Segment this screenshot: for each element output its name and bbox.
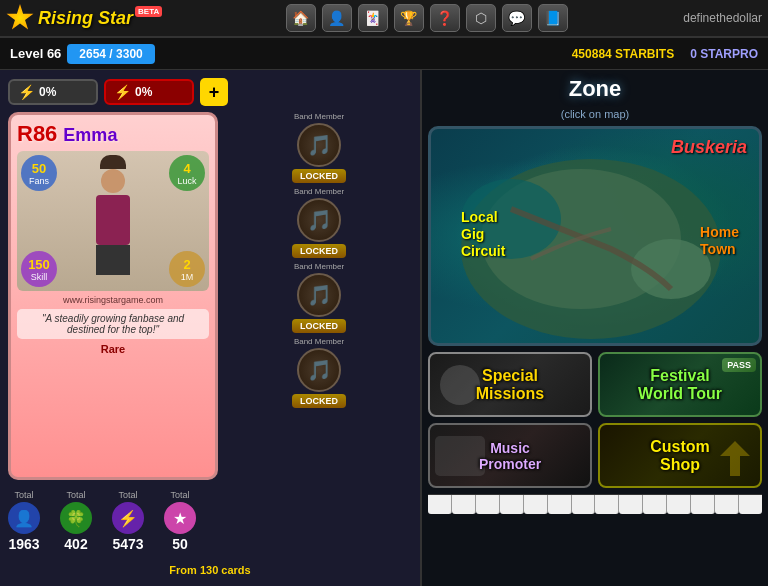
energy-bar: ⚡ 0% [8,79,98,105]
hive-icon[interactable]: ⬡ [466,4,496,32]
total-fans-label: Total [14,490,33,500]
zone-title: Zone [428,76,762,102]
band-member-3-label: Band Member [294,262,344,271]
festival-world-tour-button[interactable]: PASS FestivalWorld Tour [598,352,762,417]
band-member-1-label: Band Member [294,112,344,121]
level-bar: Level 66 2654 / 3300 450884 STARBITS 0 S… [0,38,768,70]
band-member-1[interactable]: Band Member 🎵 LOCKED [226,112,412,183]
character-card[interactable]: R86 Emma 50 Fans 4 Luck [8,112,218,480]
total-skill-label: Total [118,490,137,500]
hunger-icon: ⚡ [114,84,131,100]
band-member-3-locked: LOCKED [292,319,346,333]
band-member-2-locked: LOCKED [292,244,346,258]
card-website: www.risingstargame.com [17,295,209,305]
energy-icon: ⚡ [18,84,35,100]
local-gig-label: LocalGigCircuit [461,209,505,259]
piano-key-13 [715,495,739,514]
piano-key-1 [428,495,452,514]
special-missions-label: SpecialMissions [476,367,544,403]
main-content: ⚡ 0% ⚡ 0% + R86 Emma 50 Fans [0,70,768,586]
card-stat-fans: 50 Fans [21,155,57,191]
svg-point-4 [440,365,480,405]
char-head [101,169,125,193]
band-member-4-icon: 🎵 [297,348,341,392]
piano-key-5 [524,495,548,514]
piano-key-7 [572,495,596,514]
level-label: Level 66 [10,46,61,61]
card-name: Emma [63,125,117,146]
character-figure [83,161,143,281]
hunger-bar: ⚡ 0% [104,79,194,105]
luck-circle-icon: 🍀 [60,502,92,534]
action-buttons: SpecialMissions PASS FestivalWorld Tour … [428,352,762,488]
total-luck-value: 402 [64,536,87,552]
band-member-2[interactable]: Band Member 🎵 LOCKED [226,187,412,258]
piano-key-8 [595,495,619,514]
beta-badge: BETA [135,6,162,17]
piano-key-9 [619,495,643,514]
trophy-icon[interactable]: 🏆 [394,4,424,32]
starbits-display: 450884 STARBITS [572,47,675,61]
card-header: R86 Emma [17,121,209,147]
piano-key-14 [739,495,762,514]
custom-shop-bg-icon [715,431,755,481]
svg-rect-5 [435,436,485,476]
band-member-2-icon: 🎵 [297,198,341,242]
energy-value: 0% [39,85,56,99]
plus-button[interactable]: + [200,78,228,106]
card-quote: "A steadily growing fanbase and destined… [17,309,209,339]
music-promoter-button[interactable]: MusicPromoter [428,423,592,488]
piano-key-6 [548,495,572,514]
total-skill-value: 5473 [112,536,143,552]
char-hair [100,155,126,169]
total-fans: Total 👤 1963 [8,490,40,552]
profile-icon[interactable]: 👤 [322,4,352,32]
card-image: 50 Fans 4 Luck 150 Ski [17,151,209,291]
card-area: R86 Emma 50 Fans 4 Luck [8,112,412,480]
home-icon[interactable]: 🏠 [286,4,316,32]
player-stats-row: ⚡ 0% ⚡ 0% + [8,78,412,106]
total-fans-value: 1963 [8,536,39,552]
hunger-value: 0% [135,85,152,99]
xp-display: 2654 / 3300 [79,47,142,61]
custom-shop-button[interactable]: CustomShop [598,423,762,488]
piano-key-2 [452,495,476,514]
band-member-4-locked: LOCKED [292,394,346,408]
piano-key-4 [500,495,524,514]
app-title: Rising Star [38,8,133,29]
piano-key-11 [667,495,691,514]
band-member-4[interactable]: Band Member 🎵 LOCKED [226,337,412,408]
nav-icons: 🏠 👤 🃏 🏆 ❓ ⬡ 💬 📘 [170,4,683,32]
piano-key-3 [476,495,500,514]
skill-circle-icon: ⚡ [112,502,144,534]
total-im: Total ★ 50 [164,490,196,552]
card-rarity: Rare [17,343,209,355]
from-cards-text: From 130 cards [8,562,412,578]
im-circle-icon: ★ [164,502,196,534]
char-body [96,195,130,245]
help-icon[interactable]: ❓ [430,4,460,32]
band-member-3[interactable]: Band Member 🎵 LOCKED [226,262,412,333]
custom-shop-label: CustomShop [650,438,710,474]
total-luck-label: Total [66,490,85,500]
band-member-2-label: Band Member [294,187,344,196]
music-promoter-label: MusicPromoter [479,440,541,472]
card-stat-luck: 4 Luck [169,155,205,191]
fans-circle-icon: 👤 [8,502,40,534]
logo-star-icon [6,4,34,32]
special-missions-button[interactable]: SpecialMissions [428,352,592,417]
facebook-icon[interactable]: 📘 [538,4,568,32]
card-id: R86 [17,121,57,147]
piano-key-12 [691,495,715,514]
band-member-3-icon: 🎵 [297,273,341,317]
zone-map[interactable]: Buskeria LocalGigCircuit HomeTown [428,126,762,346]
top-nav: Rising Star BETA 🏠 👤 🃏 🏆 ❓ ⬡ 💬 📘 definet… [0,0,768,38]
buskeria-label: Buskeria [671,137,747,158]
total-im-label: Total [170,490,189,500]
cards-icon[interactable]: 🃏 [358,4,388,32]
piano-key-10 [643,495,667,514]
band-member-1-locked: LOCKED [292,169,346,183]
total-skill: Total ⚡ 5473 [112,490,144,552]
discord-icon[interactable]: 💬 [502,4,532,32]
festival-world-tour-label: FestivalWorld Tour [638,367,722,403]
